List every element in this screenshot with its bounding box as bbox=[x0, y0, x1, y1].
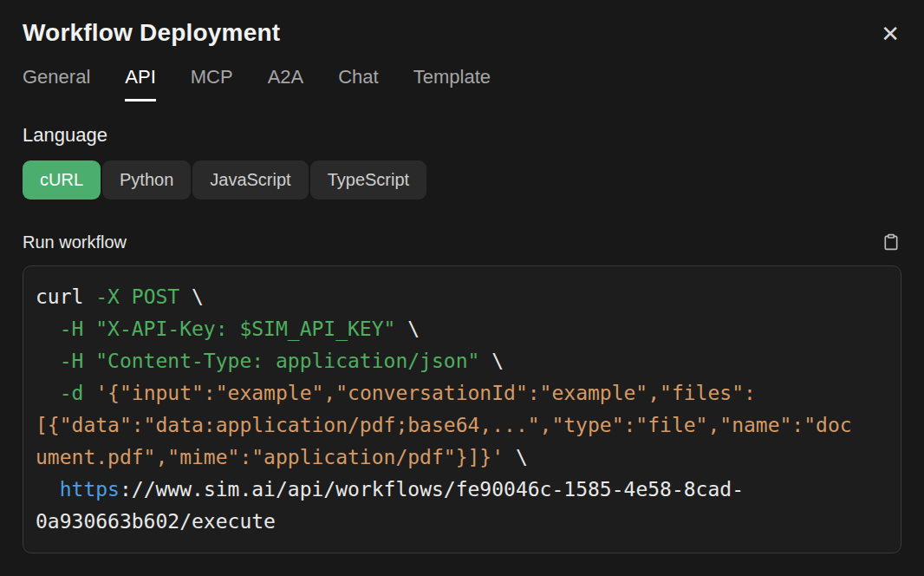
code-token: [{"data":"data:application/pdf;base64,..… bbox=[36, 414, 852, 436]
code-token: ument.pdf","mime":"application/pdf"}]}' bbox=[36, 446, 504, 468]
run-workflow-label: Run workflow bbox=[23, 232, 127, 252]
page-title: Workflow Deployment bbox=[23, 19, 280, 47]
code-token: https bbox=[60, 478, 120, 501]
language-option-typescript[interactable]: TypeScript bbox=[310, 160, 426, 200]
code-line-3: -H "Content-Type: application/json" \ bbox=[36, 345, 888, 377]
language-selector: cURL Python JavaScript TypeScript bbox=[23, 160, 901, 200]
tab-a2a[interactable]: A2A bbox=[268, 66, 304, 101]
language-option-curl[interactable]: cURL bbox=[23, 160, 101, 200]
code-token: -X POST bbox=[95, 285, 179, 308]
code-token: -d bbox=[36, 382, 95, 404]
code-token: '{"input":"example","conversationId":"ex… bbox=[95, 382, 756, 404]
code-line-7: https://www.sim.ai/api/workflows/fe90046… bbox=[36, 474, 888, 506]
code-line-6: ument.pdf","mime":"application/pdf"}]}' … bbox=[36, 442, 888, 474]
close-button[interactable]: ✕ bbox=[879, 19, 901, 49]
code-token: \ bbox=[504, 446, 528, 468]
code-token bbox=[36, 478, 60, 501]
code-token: \ bbox=[179, 285, 204, 308]
tab-template[interactable]: Template bbox=[413, 66, 491, 101]
tab-general[interactable]: General bbox=[23, 66, 90, 101]
tab-chat[interactable]: Chat bbox=[338, 66, 378, 101]
language-label: Language bbox=[23, 124, 901, 147]
clipboard-icon bbox=[882, 232, 900, 252]
code-token: \ bbox=[395, 317, 420, 340]
language-option-python[interactable]: Python bbox=[102, 160, 191, 200]
tab-bar: General API MCP A2A Chat Template bbox=[23, 66, 901, 101]
code-token: -H "X-API-Key: $SIM_API_KEY" bbox=[36, 317, 395, 340]
code-line-2: -H "X-API-Key: $SIM_API_KEY" \ bbox=[36, 313, 888, 345]
code-line-4: -d '{"input":"example","conversationId":… bbox=[36, 377, 888, 409]
code-line-8: 0a930663b602/execute bbox=[36, 506, 888, 538]
code-line-1: curl -X POST \ bbox=[36, 281, 888, 313]
copy-button[interactable] bbox=[881, 231, 901, 253]
workflow-deployment-dialog: Workflow Deployment ✕ General API MCP A2… bbox=[0, 0, 924, 576]
close-icon: ✕ bbox=[881, 21, 900, 47]
code-token: -H "Content-Type: application/json" bbox=[36, 350, 479, 372]
code-token: 0a930663b602/execute bbox=[36, 510, 276, 533]
run-workflow-row: Run workflow bbox=[23, 231, 901, 253]
tab-api[interactable]: API bbox=[125, 66, 155, 101]
code-block: curl -X POST \ -H "X-API-Key: $SIM_API_K… bbox=[23, 265, 901, 553]
tab-mcp[interactable]: MCP bbox=[191, 66, 233, 101]
code-token: curl bbox=[36, 285, 95, 308]
code-token: ://www.sim.ai/api/workflows/fe90046c-158… bbox=[120, 478, 744, 501]
dialog-header: Workflow Deployment ✕ bbox=[23, 19, 901, 49]
code-line-5: [{"data":"data:application/pdf;base64,..… bbox=[36, 409, 888, 442]
code-token: \ bbox=[479, 350, 504, 372]
language-option-javascript[interactable]: JavaScript bbox=[192, 160, 308, 200]
